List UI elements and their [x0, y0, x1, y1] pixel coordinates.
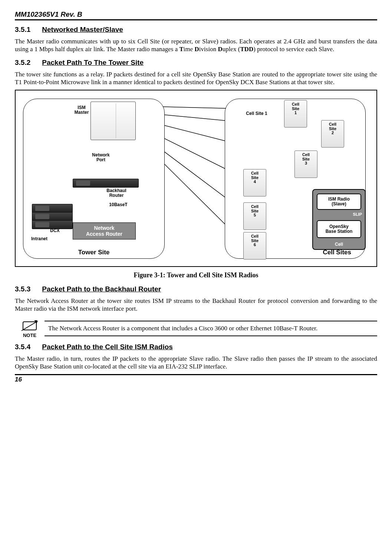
cell-site-1: CellSite1 [284, 100, 307, 128]
cell-site-4: CellSite4 [243, 169, 266, 196]
section-para-2: The tower site functions as a relay. IP … [15, 70, 377, 86]
slip-label: SLIP [353, 212, 362, 216]
ism-master-label: ISMMaster [73, 105, 90, 115]
cell-detail-panel: ISM Radio(Slave) SLIP OpenSkyBase Statio… [312, 189, 366, 250]
figure-diagram: Tower Site Cell Sites ISMMaster NetworkP… [21, 96, 371, 262]
opensky-base-station-box: OpenSkyBase Station [317, 220, 361, 238]
page-number: 16 [15, 374, 377, 383]
figure-frame: Tower Site Cell Sites ISMMaster NetworkP… [15, 90, 377, 267]
ten-base-t-label: 10BaseT [105, 202, 131, 207]
dcx-1 [32, 204, 73, 213]
section-para-4: The Master radio, in turn, routes the IP… [15, 355, 377, 371]
section-number: 3.5.2 [15, 59, 40, 67]
dcx-label: DCX [47, 228, 62, 233]
section-heading-1: 3.5.1 Networked Master/Slave [15, 26, 377, 34]
cell-sites-title: Cell Sites [323, 249, 351, 256]
section-heading-3: 3.5.3 Packet Path to the Backhaul Router [15, 285, 377, 293]
network-port-label: NetworkPort [88, 153, 114, 162]
section-title: Networked Master/Slave [42, 26, 123, 33]
note-icon: NOTE [15, 320, 45, 338]
section-title: Packet Path To The Tower Site [42, 59, 144, 66]
section-title: Packet Path to the Backhaul Router [42, 285, 161, 293]
section-heading-2: 3.5.2 Packet Path To The Tower Site [15, 59, 377, 67]
intranet-label: Intranet [31, 237, 53, 241]
doc-header: MM102365V1 Rev. B [15, 10, 377, 20]
ism-master-device [90, 102, 136, 140]
cell-site-3: CellSite3 [294, 151, 317, 178]
figure-caption: Figure 3-1: Tower and Cell Site ISM Radi… [15, 271, 377, 279]
section-number: 3.5.4 [15, 343, 40, 351]
backhaul-router-label: BackhaulRouter [103, 188, 130, 198]
note-text: The Network Access Router is a component… [45, 321, 377, 336]
section-para-3: The Network Access Router at the tower s… [15, 297, 377, 313]
cell-site-6: CellSite6 [243, 232, 266, 260]
cell-site-5: CellSite5 [243, 202, 266, 230]
cell-site-2: CellSite2 [321, 120, 344, 148]
section-para-1: The Master radio communicates with up to… [15, 37, 377, 53]
cell-label: Cell [313, 242, 365, 247]
note-label: NOTE [23, 333, 36, 338]
network-access-router: NetworkAccess Router [73, 222, 136, 239]
tower-site-title: Tower Site [78, 249, 110, 256]
svg-line-20 [22, 321, 38, 331]
section-heading-4: 3.5.4 Packet Path to the Cell Site ISM R… [15, 343, 377, 351]
dcx-2 [32, 212, 73, 221]
section-title: Packet Path to the Cell Site ISM Radios [42, 343, 173, 351]
section-number: 3.5.3 [15, 285, 40, 293]
backhaul-router-device [73, 179, 139, 188]
cell-site-1-label: Cell Site 1 [242, 111, 271, 116]
section-number: 3.5.1 [15, 26, 40, 34]
note-block: NOTE The Network Access Router is a comp… [15, 320, 377, 338]
ism-radio-slave-box: ISM Radio(Slave) [317, 194, 361, 210]
